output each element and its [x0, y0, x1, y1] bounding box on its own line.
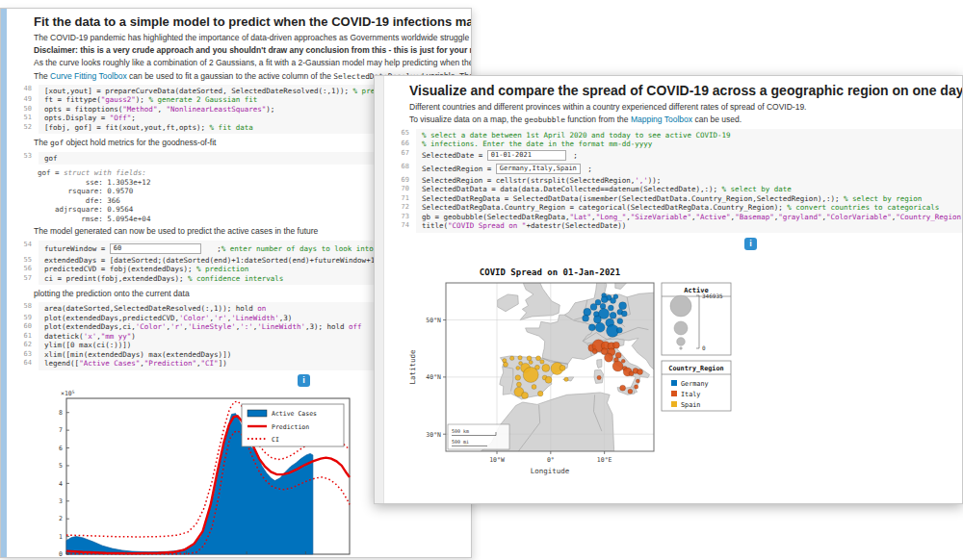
line-number: 52: [9, 123, 39, 135]
svg-text:2: 2: [59, 515, 63, 522]
svg-text:4: 4: [59, 479, 63, 487]
svg-text:10-20: 10-20: [177, 557, 196, 558]
line-number: 50: [9, 105, 39, 115]
line-number: 62: [9, 341, 39, 350]
bubble-italy: [592, 348, 597, 353]
legend-label: Active Cases: [272, 410, 317, 418]
line-number: 59: [9, 314, 39, 323]
code-line[interactable]: title("COVID Spread on "+datestr(Selecte…: [416, 221, 962, 233]
line-number: 64: [9, 359, 39, 370]
bubble-spain: [523, 367, 538, 382]
code-line[interactable]: % infections. Enter the date in the form…: [416, 140, 962, 149]
inline-code-input[interactable]: 60: [110, 243, 201, 254]
left-paragraph-2: As the curve looks roughly like a combin…: [9, 58, 471, 67]
svg-text:8: 8: [59, 409, 63, 417]
info-icon[interactable]: i: [298, 374, 310, 387]
code-line[interactable]: SelectedRegion = Germany,Italy,Spain ;: [416, 163, 962, 176]
bubble-spain: [529, 360, 533, 364]
bubble-spain: [516, 382, 521, 387]
bubble-spain: [542, 364, 550, 371]
lon-tick: 10°E: [597, 456, 612, 464]
line-number: 49: [9, 95, 39, 105]
inline-link[interactable]: Mapping Toolbox: [631, 115, 692, 124]
inline-link[interactable]: Curve Fitting Toolbox: [50, 71, 127, 81]
bubble-germany: [590, 303, 597, 310]
code-block-geobubble[interactable]: 65% select a date between 1st April 2020…: [386, 129, 962, 233]
legend-label: CI: [272, 435, 279, 443]
inline-code-input[interactable]: 01-01-2021: [487, 150, 566, 161]
left-page-title: Fit the data to a simple model to predic…: [34, 14, 471, 29]
svg-text:3: 3: [59, 497, 63, 505]
size-legend-max: 346935: [702, 293, 723, 299]
bubble-italy: [612, 342, 619, 348]
bubble-italy: [634, 384, 638, 388]
legend-label: Spain: [681, 401, 700, 409]
svg-text:500 km: 500 km: [452, 428, 469, 434]
legend-swatch-germany: [671, 380, 677, 386]
line-number: 69: [386, 176, 416, 186]
legend-swatch-spain: [671, 401, 677, 407]
bubble-italy: [597, 375, 601, 379]
map-title: COVID Spread on 01-Jan-2021: [480, 267, 620, 277]
code-line[interactable]: % select a date between 1st April 2020 a…: [416, 129, 962, 140]
left-disclaimer: Disclaimer: this is a very crude approac…: [9, 45, 471, 55]
bubble-italy: [628, 389, 633, 394]
bubble-spain: [532, 384, 536, 389]
line-number: 56: [9, 265, 39, 274]
svg-text:04-21: 04-21: [297, 557, 316, 558]
line-number: 48: [9, 85, 39, 96]
bubble-germany: [608, 305, 613, 311]
line-number: 72: [386, 203, 416, 213]
line-number: 68: [386, 163, 416, 176]
left-paragraph-1: The COVID-19 pandemic has highlighted th…: [9, 33, 471, 42]
svg-text:1: 1: [59, 533, 63, 541]
bubble-germany: [588, 323, 595, 330]
legend-label: Germany: [681, 380, 709, 388]
bubble-spain: [537, 391, 543, 396]
bubble-italy: [605, 353, 613, 362]
svg-text:01-21: 01-21: [237, 557, 256, 558]
line-number: 61: [9, 332, 39, 342]
lat-tick: 40°N: [426, 373, 441, 381]
bubble-spain: [540, 359, 544, 363]
legend-label: Italy: [681, 391, 700, 398]
bubble-spain: [518, 355, 522, 359]
y-axis-exponent: ×105: [61, 389, 75, 397]
line-number: 73: [386, 213, 416, 222]
code-line[interactable]: SelectedDatData = data(data.DateCollecte…: [416, 185, 962, 194]
code-line[interactable]: SelectedRegion = cellstr(strsplit(Select…: [416, 176, 962, 186]
bubble-germany: [584, 308, 591, 316]
lat-tick: 30°N: [426, 430, 441, 438]
bubble-spain: [564, 377, 568, 381]
svg-text:5: 5: [59, 462, 63, 470]
line-number: 67: [386, 149, 416, 163]
code-line[interactable]: gb = geobubble(SelectedDatRegData,"Lat",…: [416, 213, 962, 222]
bubble-spain: [560, 365, 565, 370]
size-legend-min: 0: [702, 344, 706, 351]
legend-label: Prediction: [272, 422, 309, 430]
right-page-title: Visualize and compare the spread of COVI…: [409, 83, 962, 98]
bubble-spain: [516, 366, 520, 369]
line-number: 74: [386, 221, 416, 233]
bubble-germany: [619, 301, 627, 309]
line-number: 63: [9, 350, 39, 360]
lon-tick: 10°W: [489, 456, 505, 464]
bubble-spain: [536, 355, 541, 360]
bubble-spain: [504, 362, 508, 367]
svg-text:Country_Region: Country_Region: [668, 365, 723, 372]
bubble-germany: [616, 327, 622, 333]
code-line[interactable]: SelectedDatRegData = SelectedDatData(ism…: [416, 194, 962, 204]
code-line[interactable]: SelectedDate = 01-01-2021 ;: [416, 149, 962, 163]
svg-text:500 mi: 500 mi: [452, 439, 469, 445]
inline-code-input[interactable]: Germany,Italy,Spain: [496, 164, 581, 174]
y-axis-label: Latitude: [408, 349, 417, 385]
svg-text:7: 7: [59, 426, 63, 434]
bubble-spain: [522, 392, 529, 398]
line-number: 57: [9, 274, 39, 286]
map-figure-header: i: [386, 237, 962, 251]
line-number: 60: [9, 322, 39, 332]
bubble-italy: [612, 361, 623, 371]
info-icon[interactable]: i: [744, 238, 757, 250]
code-line[interactable]: SelectedDatRegData.Country_Region = cate…: [416, 203, 962, 213]
svg-text:04-20: 04-20: [57, 557, 76, 558]
